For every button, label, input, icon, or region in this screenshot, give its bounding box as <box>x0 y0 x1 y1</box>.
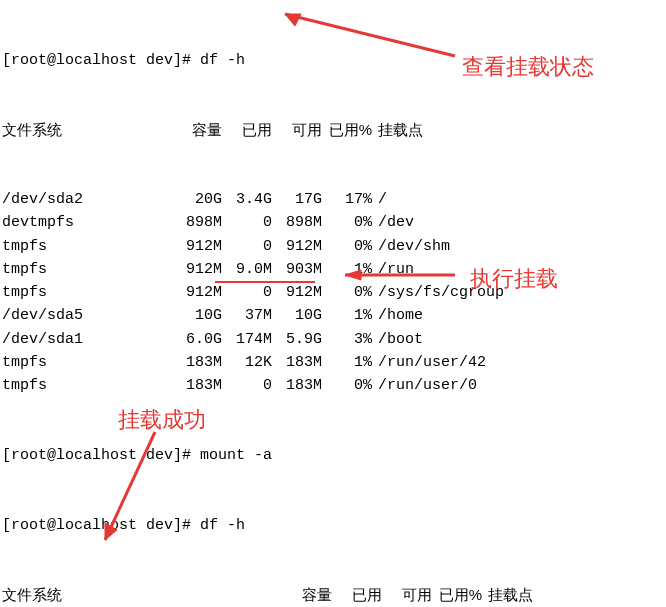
cell-avail: 5.9G <box>272 328 322 351</box>
cell-pct: 1% <box>322 258 372 281</box>
prompt-line: [root@localhost dev]# mount -a <box>2 444 664 467</box>
hdr-fs: 文件系统 <box>2 583 282 606</box>
cell-mount: /boot <box>372 328 423 351</box>
hdr-mount: 挂载点 <box>372 118 423 141</box>
hdr-pct: 已用% <box>432 583 482 606</box>
cell-pct: 1% <box>322 351 372 374</box>
cell-fs: /dev/sda2 <box>2 188 162 211</box>
cell-avail: 183M <box>272 374 322 397</box>
hdr-avail: 可用 <box>272 118 322 141</box>
cell-avail: 912M <box>272 281 322 304</box>
hdr-mount: 挂载点 <box>482 583 533 606</box>
cell-pct: 17% <box>322 188 372 211</box>
cell-fs: /dev/sda5 <box>2 304 162 327</box>
cell-pct: 0% <box>322 374 372 397</box>
cell-size: 20G <box>162 188 222 211</box>
cell-fs: devtmpfs <box>2 211 162 234</box>
cell-used: 0 <box>222 374 272 397</box>
cell-mount: /run/user/0 <box>372 374 477 397</box>
hdr-used: 已用 <box>222 118 272 141</box>
cell-mount: /dev <box>372 211 414 234</box>
cell-size: 912M <box>162 258 222 281</box>
cell-fs: tmpfs <box>2 258 162 281</box>
table-row: tmpfs912M0912M0%/sys/fs/cgroup <box>2 281 664 304</box>
cell-size: 912M <box>162 235 222 258</box>
cell-mount: /run <box>372 258 414 281</box>
cell-size: 6.0G <box>162 328 222 351</box>
cell-pct: 3% <box>322 328 372 351</box>
cell-mount: /dev/shm <box>372 235 450 258</box>
cell-used: 0 <box>222 235 272 258</box>
table-row: /dev/sda16.0G174M5.9G3%/boot <box>2 328 664 351</box>
cell-pct: 0% <box>322 235 372 258</box>
cell-mount: / <box>372 188 387 211</box>
cell-size: 183M <box>162 374 222 397</box>
cell-pct: 0% <box>322 211 372 234</box>
cell-size: 183M <box>162 351 222 374</box>
cell-mount: /run/user/42 <box>372 351 486 374</box>
cell-size: 898M <box>162 211 222 234</box>
cell-pct: 0% <box>322 281 372 304</box>
cell-used: 37M <box>222 304 272 327</box>
table-row: devtmpfs898M0898M0%/dev <box>2 211 664 234</box>
cell-used: 0 <box>222 281 272 304</box>
prompt-line: [root@localhost dev]# df -h <box>2 514 664 537</box>
cell-avail: 898M <box>272 211 322 234</box>
cell-used: 174M <box>222 328 272 351</box>
cell-fs: tmpfs <box>2 351 162 374</box>
cell-avail: 912M <box>272 235 322 258</box>
cell-fs: tmpfs <box>2 235 162 258</box>
cell-used: 12K <box>222 351 272 374</box>
table-row: tmpfs183M12K183M1%/run/user/42 <box>2 351 664 374</box>
cell-avail: 17G <box>272 188 322 211</box>
table-row: tmpfs183M0183M0%/run/user/0 <box>2 374 664 397</box>
hdr-pct: 已用% <box>322 118 372 141</box>
prompt-line: [root@localhost dev]# df -h <box>2 49 664 72</box>
cell-avail: 10G <box>272 304 322 327</box>
cell-mount: /home <box>372 304 423 327</box>
cell-used: 9.0M <box>222 258 272 281</box>
cell-size: 10G <box>162 304 222 327</box>
hdr-size: 容量 <box>162 118 222 141</box>
cell-fs: /dev/sda1 <box>2 328 162 351</box>
cell-used: 3.4G <box>222 188 272 211</box>
cell-fs: tmpfs <box>2 374 162 397</box>
hdr-avail: 可用 <box>382 583 432 606</box>
table-row: tmpfs912M9.0M903M1%/run <box>2 258 664 281</box>
terminal-output: [root@localhost dev]# df -h 文件系统 容量 已用 可… <box>2 2 664 607</box>
cell-size: 912M <box>162 281 222 304</box>
hdr-size: 容量 <box>282 583 332 606</box>
cell-avail: 183M <box>272 351 322 374</box>
hdr-fs: 文件系统 <box>2 118 162 141</box>
cell-used: 0 <box>222 211 272 234</box>
df-header: 文件系统 容量 已用 可用 已用% 挂载点 <box>2 118 664 141</box>
cell-pct: 1% <box>322 304 372 327</box>
table-row: tmpfs912M0912M0%/dev/shm <box>2 235 664 258</box>
hdr-used: 已用 <box>332 583 382 606</box>
cell-fs: tmpfs <box>2 281 162 304</box>
cell-avail: 903M <box>272 258 322 281</box>
table-row: /dev/sda220G3.4G17G17%/ <box>2 188 664 211</box>
df-header: 文件系统 容量 已用 可用 已用% 挂载点 <box>2 583 664 606</box>
table-row: /dev/sda510G37M10G1%/home <box>2 304 664 327</box>
cell-mount: /sys/fs/cgroup <box>372 281 504 304</box>
